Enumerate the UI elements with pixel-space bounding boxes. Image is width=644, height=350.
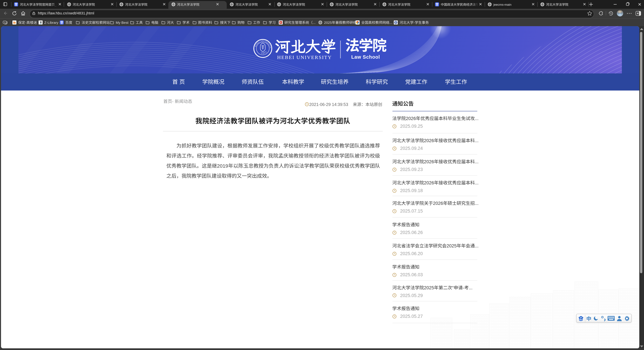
svg-text:du: du bbox=[436, 4, 438, 6]
svg-text:du: du bbox=[15, 4, 17, 6]
svg-text:du: du bbox=[60, 22, 62, 24]
svg-text:du: du bbox=[580, 318, 582, 321]
